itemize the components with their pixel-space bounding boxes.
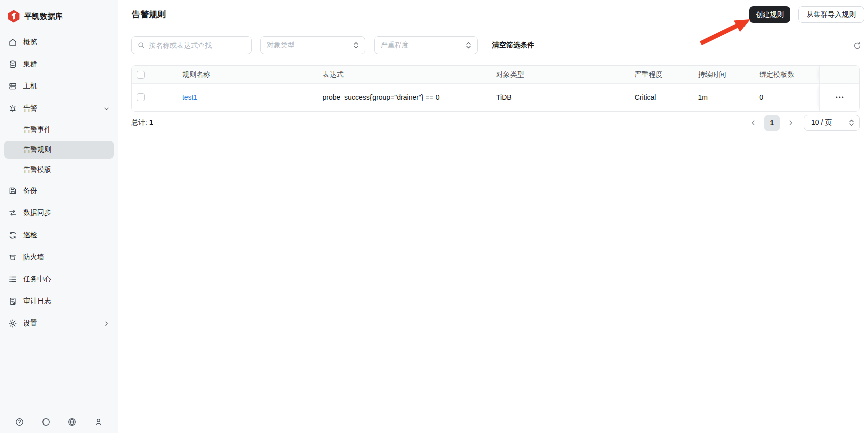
- page-size-select[interactable]: 10 / 页: [804, 115, 860, 131]
- globe-icon[interactable]: [67, 417, 77, 427]
- sidebar-item-label: 概览: [23, 38, 37, 47]
- rule-template-count: 0: [751, 93, 819, 101]
- rule-severity: Critical: [627, 93, 690, 101]
- page-number-button[interactable]: 1: [764, 115, 780, 131]
- severity-select[interactable]: 严重程度: [374, 36, 478, 54]
- sidebar-item-alert-events[interactable]: 告警事件: [0, 120, 118, 140]
- rule-object-type: TiDB: [488, 93, 627, 101]
- chevron-down-icon: [103, 105, 110, 112]
- sidebar-item-inspection[interactable]: 巡检: [0, 224, 118, 246]
- table-header-row: 规则名称 表达式 对象类型 严重程度 持续时间 绑定模板数: [132, 66, 859, 84]
- home-icon: [8, 38, 17, 47]
- sidebar-item-label: 集群: [23, 60, 37, 69]
- next-page-button[interactable]: [787, 119, 795, 127]
- page-size-value: 10 / 页: [811, 118, 832, 127]
- annotation-arrow: [698, 13, 754, 46]
- column-header-severity: 严重程度: [627, 70, 690, 79]
- sidebar-item-clusters[interactable]: 集群: [0, 53, 118, 75]
- rule-duration: 1m: [690, 93, 751, 101]
- create-rule-button[interactable]: 创建规则: [749, 6, 790, 23]
- row-actions-button[interactable]: [835, 96, 844, 99]
- chevron-updown-icon: [466, 41, 471, 49]
- column-header-templates: 绑定模板数: [751, 70, 819, 79]
- sidebar-item-settings[interactable]: 设置: [0, 312, 118, 335]
- chevron-right-icon: [103, 320, 110, 327]
- sidebar-item-alert-rules[interactable]: 告警规则: [4, 141, 114, 159]
- database-icon: [8, 60, 17, 69]
- sidebar-item-firewall[interactable]: 防火墙: [0, 246, 118, 268]
- previous-page-button[interactable]: [749, 119, 757, 127]
- sidebar-item-label: 备份: [23, 186, 37, 195]
- alert-rules-table: 规则名称 表达式 对象类型 严重程度 持续时间 绑定模板数 test1 prob…: [131, 65, 860, 112]
- search-input[interactable]: [149, 41, 246, 49]
- filter-bar: 对象类型 严重程度 清空筛选条件: [131, 36, 534, 54]
- save-icon: [8, 186, 17, 195]
- brand-logo-icon: [7, 10, 20, 23]
- list-icon: [8, 275, 17, 284]
- refresh-icon[interactable]: [853, 42, 861, 50]
- sidebar-item-task-center[interactable]: 任务中心: [0, 268, 118, 290]
- alarm-icon: [8, 104, 17, 113]
- object-type-select[interactable]: 对象类型: [260, 36, 365, 54]
- sync-arrows-icon: [8, 208, 17, 218]
- column-header-expression: 表达式: [315, 70, 488, 79]
- sidebar-item-label: 告警: [23, 104, 37, 113]
- sidebar-footer: [0, 411, 118, 433]
- brand-name: 平凯数据库: [24, 12, 63, 21]
- sidebar-item-label: 主机: [23, 82, 37, 91]
- sidebar-item-audit-log[interactable]: 审计日志: [0, 290, 118, 312]
- pagination-bar: 总计:1 1 10 / 页: [131, 114, 860, 131]
- user-icon[interactable]: [94, 417, 103, 427]
- help-icon[interactable]: [15, 417, 24, 427]
- ellipsis-icon: [835, 96, 844, 99]
- page-title: 告警规则: [132, 9, 166, 20]
- sidebar-item-label: 防火墙: [23, 253, 44, 262]
- column-header-duration: 持续时间: [690, 70, 751, 79]
- column-header-object-type: 对象类型: [488, 70, 627, 79]
- sidebar-item-label: 巡检: [23, 231, 37, 240]
- rule-name-link[interactable]: test1: [182, 93, 197, 101]
- document-search-icon: [8, 297, 17, 306]
- chevron-updown-icon: [353, 41, 359, 49]
- row-checkbox[interactable]: [137, 93, 145, 101]
- firewall-icon: [8, 253, 17, 262]
- pagination-controls: 1 10 / 页: [749, 115, 860, 131]
- sidebar-item-label: 告警模版: [23, 165, 51, 174]
- column-header-actions: [819, 66, 859, 83]
- total-value: 1: [149, 118, 153, 126]
- server-icon: [8, 82, 17, 91]
- select-all-checkbox[interactable]: [137, 71, 145, 79]
- clear-filters-link[interactable]: 清空筛选条件: [492, 41, 534, 50]
- sidebar-item-alert-templates[interactable]: 告警模版: [0, 160, 118, 180]
- main-content: 告警规则 创建规则 从集群导入规则 对象类型 严重程度 清空筛选条件: [118, 0, 868, 433]
- import-rules-from-cluster-button[interactable]: 从集群导入规则: [798, 6, 864, 23]
- sidebar-item-overview[interactable]: 概览: [0, 31, 118, 53]
- sidebar-item-label: 数据同步: [23, 208, 51, 218]
- sidebar-item-label: 告警规则: [23, 145, 51, 154]
- brand: 平凯数据库: [0, 0, 118, 25]
- sidebar-item-hosts[interactable]: 主机: [0, 75, 118, 97]
- sidebar-item-alerts[interactable]: 告警: [0, 97, 118, 120]
- recycle-check-icon: [8, 231, 17, 240]
- sidebar-item-backup[interactable]: 备份: [0, 180, 118, 202]
- sidebar-item-data-sync[interactable]: 数据同步: [0, 202, 118, 224]
- chevron-updown-icon: [849, 119, 854, 127]
- rule-expression: probe_success{group="drainer"} == 0: [315, 93, 488, 101]
- object-type-placeholder: 对象类型: [267, 41, 295, 50]
- sidebar-item-label: 设置: [23, 319, 37, 328]
- header-buttons: 创建规则 从集群导入规则: [749, 6, 864, 23]
- severity-placeholder: 严重程度: [381, 41, 409, 50]
- theme-toggle-icon[interactable]: [41, 417, 51, 427]
- sidebar: 平凯数据库 概览 集群 主机 告警: [0, 0, 118, 433]
- table-row: test1 probe_success{group="drainer"} == …: [132, 84, 859, 111]
- search-box: [131, 36, 252, 54]
- total-count: 总计:1: [131, 118, 153, 127]
- sidebar-nav: 概览 集群 主机 告警 告警事件 告警规则: [0, 25, 118, 335]
- total-label: 总计:: [131, 118, 147, 126]
- sidebar-item-label: 告警事件: [23, 125, 51, 134]
- search-icon: [138, 42, 145, 49]
- gear-icon: [8, 319, 17, 328]
- sidebar-item-label: 审计日志: [23, 297, 51, 306]
- sidebar-item-label: 任务中心: [23, 275, 51, 284]
- column-header-rule-name: 规则名称: [174, 70, 315, 79]
